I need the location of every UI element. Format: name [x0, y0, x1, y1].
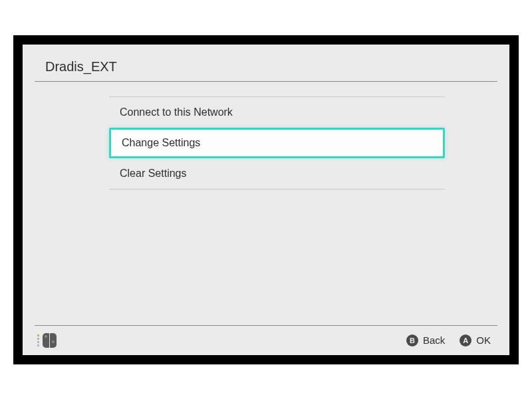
menu-list: Connect to this Network Change Settings …	[109, 96, 445, 190]
ok-label: OK	[476, 334, 491, 346]
back-button[interactable]: B Back	[406, 334, 445, 346]
footer-buttons: B Back A OK	[406, 334, 491, 346]
menu-item-change-settings[interactable]: Change Settings	[109, 128, 445, 158]
screen: Dradis_EXT Connect to this Network Chang…	[23, 45, 509, 355]
a-button-icon: A	[460, 334, 471, 346]
console-frame: Dradis_EXT Connect to this Network Chang…	[13, 35, 519, 364]
page-title: Dradis_EXT	[45, 59, 487, 74]
menu-item-clear-settings[interactable]: Clear Settings	[109, 158, 445, 189]
back-label: Back	[423, 334, 445, 346]
menu-item-label: Connect to this Network	[120, 106, 233, 118]
joycon-icon	[43, 333, 57, 348]
ok-button[interactable]: A OK	[460, 334, 491, 346]
b-button-icon: B	[406, 334, 418, 346]
header: Dradis_EXT	[23, 45, 509, 81]
menu-divider	[109, 189, 445, 190]
content-area: Connect to this Network Change Settings …	[23, 82, 509, 325]
menu-item-connect[interactable]: Connect to this Network	[109, 97, 445, 128]
menu-item-label: Change Settings	[122, 137, 200, 149]
menu-item-label: Clear Settings	[120, 168, 187, 180]
signal-dots	[37, 334, 39, 346]
footer: B Back A OK	[23, 326, 509, 355]
controller-icon	[37, 333, 57, 348]
